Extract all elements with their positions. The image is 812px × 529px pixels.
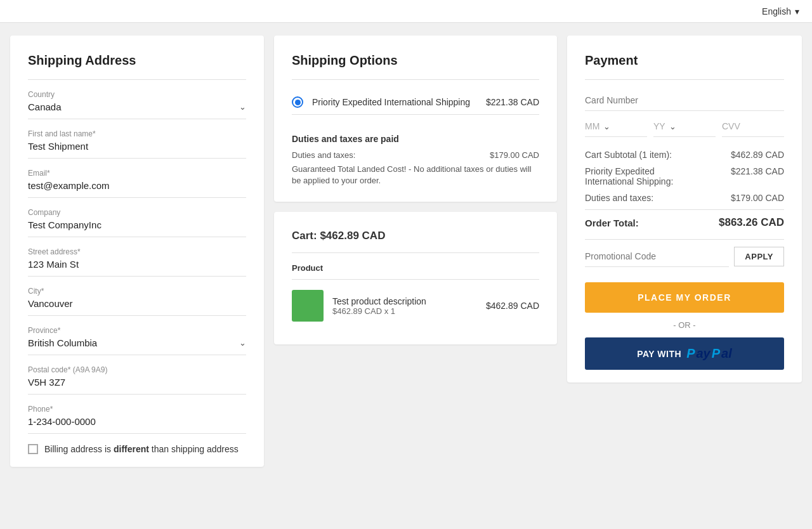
province-value: British Columbia: [28, 337, 97, 348]
postal-label: Postal code* (A9A 9A9): [28, 365, 246, 374]
postal-value: V5H 3Z7: [28, 377, 246, 395]
billing-checkbox-row[interactable]: Billing address is different than shippi…: [28, 444, 246, 454]
cart-label: Cart:: [292, 230, 320, 242]
province-select[interactable]: British Columbia ⌄: [28, 337, 246, 355]
street-value: 123 Main St: [28, 259, 246, 277]
shipping-summary-row: Priority Expedited International Shippin…: [585, 166, 784, 186]
subtotal-value: $462.89 CAD: [731, 150, 784, 160]
shipping-options-title: Shipping Options: [292, 53, 539, 68]
subtotal-label: Cart Subtotal (1 item):: [585, 150, 672, 160]
shipping-option-price: $221.38 CAD: [486, 97, 539, 107]
country-label: Country: [28, 90, 246, 99]
cvv-label: CVV: [722, 121, 740, 131]
duties-note: Guaranteed Total Landed Cost! - No addit…: [292, 164, 539, 186]
duties-row: Duties and taxes: $179.00 CAD: [292, 150, 539, 160]
province-label: Province*: [28, 326, 246, 335]
postal-field[interactable]: Postal code* (A9A 9A9) V5H 3Z7: [28, 365, 246, 395]
company-value: Test CompanyInc: [28, 219, 246, 237]
shipping-option-row[interactable]: Priority Expedited International Shippin…: [292, 90, 539, 114]
product-description: Test product description: [332, 296, 477, 306]
expiry-row: MM ⌄ YY ⌄ CVV: [585, 121, 784, 137]
product-price: $462.89 CAD: [486, 301, 539, 311]
shipping-address-card: Shipping Address Country Canada ⌄ First …: [10, 36, 264, 467]
promo-row: APPLY: [585, 246, 784, 267]
mm-chevron-icon: ⌄: [603, 122, 610, 131]
yy-label: YY: [653, 121, 665, 131]
paypal-pay-text: PAY WITH: [637, 349, 681, 359]
language-label: English: [762, 6, 791, 16]
middle-column: Shipping Options Priority Expedited Inte…: [274, 36, 557, 344]
country-select[interactable]: Canada ⌄: [28, 101, 246, 119]
shipping-options-card: Shipping Options Priority Expedited Inte…: [274, 36, 557, 202]
place-order-button[interactable]: PLACE MY ORDER: [585, 282, 784, 313]
province-field[interactable]: Province* British Columbia ⌄: [28, 326, 246, 355]
top-bar: English ▾: [0, 0, 812, 23]
shipping-summary-value: $221.38 CAD: [731, 166, 784, 186]
or-divider: - OR -: [585, 320, 784, 330]
main-content: Shipping Address Country Canada ⌄ First …: [0, 23, 812, 480]
phone-label: Phone*: [28, 405, 246, 414]
province-chevron-icon: ⌄: [239, 338, 246, 348]
duties-summary-value: $179.00 CAD: [731, 193, 784, 203]
paypal-logo: PayPal: [686, 346, 732, 361]
email-label: Email*: [28, 169, 246, 178]
country-chevron-icon: ⌄: [239, 102, 246, 112]
city-value: Vancouver: [28, 298, 246, 316]
apply-button[interactable]: APPLY: [734, 247, 784, 266]
paypal-button[interactable]: PAY WITH PayPal: [585, 337, 784, 370]
product-info: Test product description $462.89 CAD x 1: [332, 296, 477, 316]
company-field[interactable]: Company Test CompanyInc: [28, 208, 246, 237]
name-field[interactable]: First and last name* Test Shipment: [28, 129, 246, 159]
order-total-label: Order Total:: [585, 218, 639, 228]
promo-input[interactable]: [585, 246, 729, 267]
city-field[interactable]: City* Vancouver: [28, 287, 246, 316]
product-quantity: $462.89 CAD x 1: [332, 306, 477, 316]
chevron-down-icon: ▾: [795, 6, 799, 16]
mm-label: MM: [585, 121, 599, 131]
card-number-input[interactable]: [585, 90, 784, 111]
company-label: Company: [28, 208, 246, 217]
shipping-address-title: Shipping Address: [28, 53, 246, 68]
duties-value: $179.00 CAD: [490, 150, 539, 160]
street-label: Street address*: [28, 247, 246, 256]
duties-summary-row: Duties and taxes: $179.00 CAD: [585, 193, 784, 203]
billing-text-suffix: than shipping address: [149, 444, 239, 454]
name-value: Test Shipment: [28, 141, 246, 159]
street-field[interactable]: Street address* 123 Main St: [28, 247, 246, 277]
billing-checkbox[interactable]: [28, 444, 38, 454]
email-value: test@example.com: [28, 180, 246, 198]
product-col-header: Product: [292, 263, 539, 280]
email-field[interactable]: Email* test@example.com: [28, 169, 246, 198]
yy-chevron-icon: ⌄: [669, 122, 676, 131]
phone-value: 1-234-000-0000: [28, 416, 246, 434]
order-total-row: Order Total: $863.26 CAD: [585, 216, 784, 229]
name-label: First and last name*: [28, 129, 246, 138]
cart-total: $462.89 CAD: [320, 230, 385, 242]
order-total-value: $863.26 CAD: [719, 216, 784, 229]
payment-card: Payment MM ⌄ YY ⌄ CVV Cart Subtotal (1 i…: [567, 36, 802, 382]
shipping-summary-label: Priority Expedited International Shippin…: [585, 166, 695, 186]
city-label: City*: [28, 287, 246, 296]
duties-summary-label: Duties and taxes:: [585, 193, 653, 203]
language-selector[interactable]: English ▾: [762, 6, 799, 16]
duties-title: Duties and taxes are paid: [292, 134, 539, 144]
cart-header: Cart: $462.89 CAD: [292, 230, 539, 242]
billing-text-prefix: Billing address is: [44, 444, 114, 454]
cvv-field[interactable]: CVV: [722, 121, 784, 137]
country-field[interactable]: Country Canada ⌄: [28, 90, 246, 119]
duties-box: Duties and taxes are paid Duties and tax…: [292, 125, 539, 189]
duties-label: Duties and taxes:: [292, 150, 355, 160]
mm-select[interactable]: MM ⌄: [585, 121, 647, 137]
subtotal-row: Cart Subtotal (1 item): $462.89 CAD: [585, 150, 784, 160]
radio-inner: [295, 100, 301, 105]
product-row: Test product description $462.89 CAD x 1…: [292, 280, 539, 332]
shipping-option-label: Priority Expedited International Shippin…: [312, 97, 477, 107]
shipping-option-radio[interactable]: [292, 96, 303, 108]
cart-card: Cart: $462.89 CAD Product Test product d…: [274, 212, 557, 344]
yy-select[interactable]: YY ⌄: [653, 121, 716, 137]
billing-different-text: different: [114, 444, 149, 454]
phone-field[interactable]: Phone* 1-234-000-0000: [28, 405, 246, 434]
payment-title: Payment: [585, 53, 784, 68]
billing-label: Billing address is different than shippi…: [44, 444, 239, 454]
country-value: Canada: [28, 101, 62, 112]
